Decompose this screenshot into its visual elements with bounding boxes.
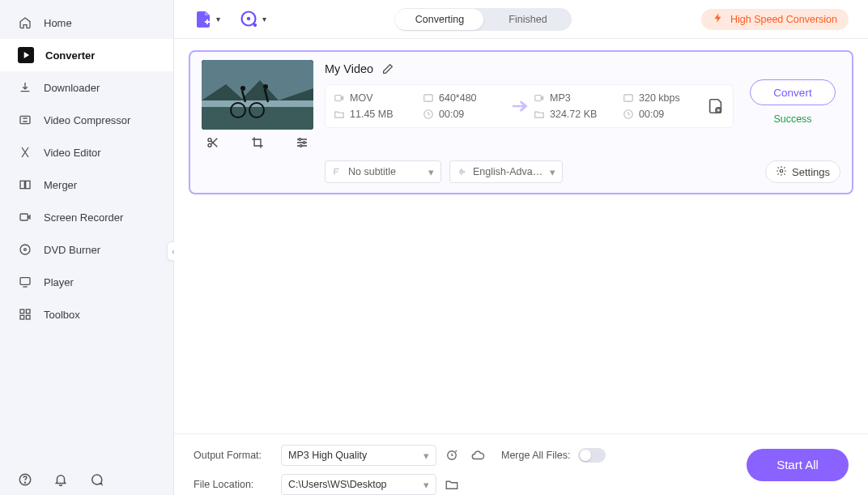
- sidebar-item-home[interactable]: Home: [0, 6, 173, 39]
- feedback-icon[interactable]: [89, 472, 104, 487]
- sidebar-item-label: Converter: [45, 49, 95, 62]
- output-format-dropdown[interactable]: MP3 High Quality ▾: [281, 445, 436, 466]
- topbar: ▾ ▾ Converting Finished High Speed Conve…: [174, 0, 868, 39]
- audio-dropdown[interactable]: English-Advan... ▾: [449, 160, 563, 183]
- svg-rect-28: [335, 96, 342, 101]
- high-speed-label: High Speed Conversion: [730, 14, 837, 25]
- sidebar-item-toolbox[interactable]: Toolbox: [0, 298, 173, 331]
- crop-icon[interactable]: [249, 134, 266, 151]
- subtitle-dropdown[interactable]: No subtitle ▾: [325, 160, 441, 183]
- bottombar: Output Format: MP3 High Quality ▾ Merge …: [174, 433, 868, 495]
- bell-icon[interactable]: [53, 472, 68, 487]
- svg-rect-1: [20, 181, 24, 188]
- cut-icon[interactable]: [205, 134, 221, 151]
- svg-rect-31: [535, 96, 542, 101]
- sidebar-item-label: Merger: [44, 179, 77, 191]
- task-list: My Video MOV 640*480 11.45 MB 00:09 MP3: [174, 39, 868, 433]
- svg-rect-10: [26, 315, 30, 319]
- sidebar-item-label: Home: [44, 17, 72, 29]
- format-settings-icon[interactable]: [707, 97, 725, 115]
- main-area: ▾ ▾ Converting Finished High Speed Conve…: [174, 0, 868, 495]
- edit-title-icon[interactable]: [381, 62, 394, 75]
- sidebar-item-recorder[interactable]: Screen Recorder: [0, 201, 173, 233]
- file-location-value: C:\Users\WS\Desktop: [288, 479, 387, 490]
- high-speed-badge[interactable]: High Speed Conversion: [701, 9, 849, 30]
- help-icon[interactable]: [18, 472, 32, 487]
- svg-point-27: [300, 145, 302, 147]
- thumbnail-tools: [202, 134, 313, 152]
- sidebar-item-label: Screen Recorder: [44, 211, 123, 224]
- audio-value: English-Advan...: [473, 166, 545, 177]
- status-toggle: Converting Finished: [395, 8, 572, 31]
- home-icon: [18, 15, 32, 30]
- sidebar-item-label: Video Compressor: [44, 114, 130, 126]
- recorder-icon: [18, 210, 32, 224]
- svg-point-26: [303, 142, 305, 144]
- chevron-down-icon: ▾: [423, 479, 429, 491]
- add-disc-button[interactable]: ▾: [240, 10, 266, 29]
- svg-rect-9: [20, 315, 24, 319]
- add-disc-icon: [240, 10, 259, 29]
- task-settings-button[interactable]: Settings: [765, 160, 840, 183]
- sidebar-item-dvd[interactable]: DVD Burner: [0, 233, 173, 266]
- sidebar-item-label: DVD Burner: [44, 244, 100, 256]
- target-size: 324.72 KB: [550, 109, 597, 120]
- clock-icon: [623, 109, 634, 120]
- cloud-icon[interactable]: [470, 448, 485, 463]
- sidebar-item-downloader[interactable]: Downloader: [0, 71, 173, 104]
- bolt-icon: [713, 12, 724, 26]
- sidebar-item-converter[interactable]: Converter: [0, 39, 173, 71]
- player-icon: [18, 275, 32, 289]
- add-file-button[interactable]: ▾: [194, 10, 220, 29]
- sidebar-list: Home Converter Downloader Video Compress…: [0, 0, 173, 331]
- open-folder-icon[interactable]: [445, 477, 459, 492]
- svg-rect-2: [26, 181, 30, 188]
- sidebar-item-player[interactable]: Player: [0, 266, 173, 298]
- chevron-down-icon: ▾: [550, 166, 555, 178]
- chevron-down-icon: ▾: [216, 15, 220, 23]
- tab-finished[interactable]: Finished: [483, 9, 572, 30]
- resolution-icon: [423, 92, 434, 104]
- target-format: MP3: [550, 92, 571, 104]
- sidebar-item-label: Player: [44, 276, 74, 288]
- start-all-button[interactable]: Start All: [747, 449, 849, 481]
- target-duration: 00:09: [639, 109, 664, 120]
- video-icon: [334, 92, 345, 104]
- svg-rect-3: [20, 214, 28, 220]
- target-bitrate: 320 kbps: [639, 92, 680, 104]
- svg-point-24: [208, 143, 211, 147]
- file-location-dropdown[interactable]: C:\Users\WS\Desktop ▾: [281, 474, 436, 495]
- output-format-label: Output Format:: [194, 450, 273, 461]
- merge-toggle[interactable]: [578, 448, 606, 463]
- audiowave-icon: [457, 166, 468, 177]
- audio-icon: [534, 92, 545, 104]
- video-thumbnail[interactable]: [202, 60, 313, 130]
- video-title: My Video: [325, 62, 373, 75]
- chevron-down-icon: ▾: [428, 166, 434, 178]
- gpu-accel-icon[interactable]: [445, 448, 459, 463]
- editor-icon: [18, 145, 32, 160]
- source-info: MOV 640*480 11.45 MB 00:09: [334, 92, 507, 120]
- svg-rect-8: [26, 309, 30, 314]
- source-size: 11.45 MB: [350, 109, 394, 120]
- task-card[interactable]: My Video MOV 640*480 11.45 MB 00:09 MP3: [189, 50, 853, 194]
- converter-icon: [18, 47, 34, 63]
- source-resolution: 640*480: [439, 92, 477, 104]
- task-status: Success: [773, 113, 811, 125]
- subtitle-icon: [332, 166, 343, 177]
- sidebar-item-compressor[interactable]: Video Compressor: [0, 104, 173, 136]
- add-file-icon: [194, 10, 213, 29]
- adjust-icon[interactable]: [294, 134, 310, 151]
- output-format-value: MP3 High Quality: [288, 450, 367, 461]
- svg-rect-7: [20, 309, 24, 314]
- tab-converting[interactable]: Converting: [395, 9, 483, 30]
- convert-button[interactable]: Convert: [750, 79, 836, 105]
- merger-icon: [18, 177, 32, 192]
- sidebar-item-merger[interactable]: Merger: [0, 169, 173, 201]
- sidebar-item-editor[interactable]: Video Editor: [0, 136, 173, 169]
- settings-label: Settings: [792, 166, 830, 178]
- svg-point-23: [208, 139, 211, 142]
- arrow-icon: [507, 94, 534, 118]
- chevron-down-icon: ▾: [423, 450, 429, 462]
- folder-icon: [534, 109, 545, 120]
